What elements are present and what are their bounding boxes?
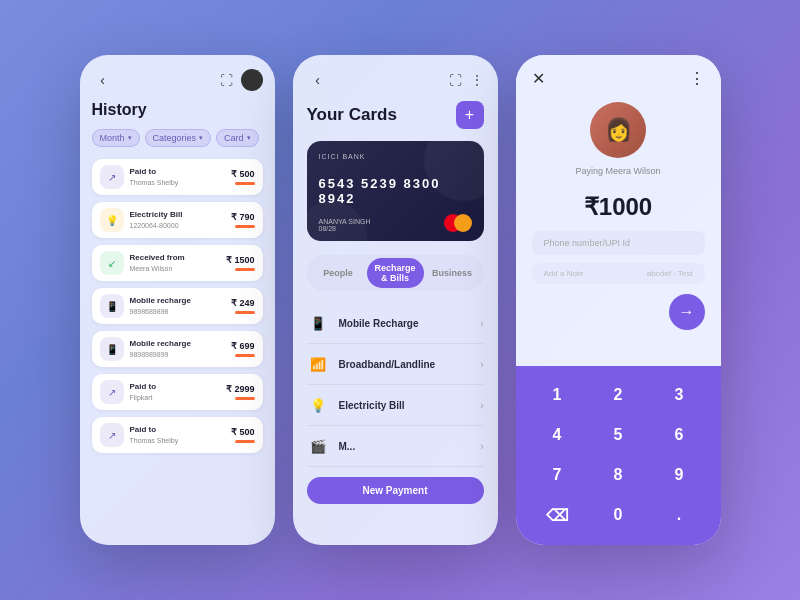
history-item-text: Received from Meera Wilson xyxy=(130,253,185,272)
history-item-amount: ₹ 699 xyxy=(231,341,255,351)
expand-icon[interactable]: ⛶ xyxy=(220,73,233,88)
numpad-key-0[interactable]: 0 xyxy=(593,500,644,531)
tab-rechargebills[interactable]: Recharge & Bills xyxy=(367,258,424,288)
header-icons: ⛶ xyxy=(220,69,263,91)
history-item-title: Paid to xyxy=(130,425,179,435)
service-left: 🎬 M... xyxy=(307,435,356,457)
history-item-indicator xyxy=(235,311,255,314)
history-item-right: ₹ 249 xyxy=(231,298,255,314)
note-value: abcdef - Test xyxy=(647,269,693,278)
service-item[interactable]: 📶 Broadband/Landline › xyxy=(307,344,484,385)
history-item-icon: ↗ xyxy=(100,165,124,189)
cards-header-icons: ⛶ ⋮ xyxy=(449,72,484,88)
history-phone: ‹ ⛶ History Month Categories Card ↗ Paid… xyxy=(80,55,275,545)
paying-label: Paying Meera Wilson xyxy=(575,166,660,176)
cards-header: ‹ ⛶ ⋮ xyxy=(307,69,484,91)
history-item-amount: ₹ 249 xyxy=(231,298,255,308)
history-item: 📱 Mobile recharge 9898689898 ₹ 249 xyxy=(92,288,263,324)
close-button[interactable]: ✕ xyxy=(532,69,545,88)
history-item-left: ↗ Paid to Thomas Shelby xyxy=(100,165,179,189)
history-item-left: ↙ Received from Meera Wilson xyxy=(100,251,185,275)
history-item: 💡 Electricity Bill 1220064-80000 ₹ 790 xyxy=(92,202,263,238)
numpad-key-6[interactable]: 6 xyxy=(654,420,705,450)
numpad-key-2[interactable]: 2 xyxy=(593,380,644,410)
numpad-key-3[interactable]: 3 xyxy=(654,380,705,410)
cards-back-button[interactable]: ‹ xyxy=(307,69,329,91)
numpad-key-7[interactable]: 7 xyxy=(532,460,583,490)
history-item-indicator xyxy=(235,268,255,271)
history-item-text: Mobile recharge 9898989899 xyxy=(130,339,191,358)
service-label: Mobile Recharge xyxy=(339,318,419,329)
history-list: ↗ Paid to Thomas Shelby ₹ 500 💡 Electric… xyxy=(92,159,263,453)
history-item-icon: ↗ xyxy=(100,380,124,404)
service-left: 📱 Mobile Recharge xyxy=(307,312,419,334)
service-icon: 🎬 xyxy=(307,435,329,457)
history-item-amount: ₹ 2999 xyxy=(226,384,255,394)
numpad-key-8[interactable]: 8 xyxy=(593,460,644,490)
cards-title: Your Cards xyxy=(307,105,397,125)
credit-card: ICICI BANK 6543 5239 8300 8942 ANANYA SI… xyxy=(307,141,484,241)
service-tabs: PeopleRecharge & BillsBusiness xyxy=(307,255,484,291)
service-label: Broadband/Landline xyxy=(339,359,436,370)
numpad-key-1[interactable]: 1 xyxy=(532,380,583,410)
filter-categories[interactable]: Categories xyxy=(145,129,212,147)
history-item-text: Paid to Flipkart xyxy=(130,382,157,401)
history-item-icon: 📱 xyxy=(100,337,124,361)
numpad: 123456789⌫0. xyxy=(516,366,721,545)
history-item-sub: Thomas Shelby xyxy=(130,436,179,445)
history-item-indicator xyxy=(235,440,255,443)
more-options-button[interactable]: ⋮ xyxy=(689,69,705,88)
history-item: ↗ Paid to Thomas Shelby ₹ 500 xyxy=(92,417,263,453)
service-item[interactable]: 🎬 M... › xyxy=(307,426,484,467)
numpad-key-backspace[interactable]: ⌫ xyxy=(532,500,583,531)
note-field[interactable]: Add a Note abcdef - Test xyxy=(532,263,705,284)
numpad-key-5[interactable]: 5 xyxy=(593,420,644,450)
history-item-sub: Thomas Shelby xyxy=(130,178,179,187)
avatar[interactable] xyxy=(241,69,263,91)
service-icon: 📱 xyxy=(307,312,329,334)
history-item-sub: Meera Wilson xyxy=(130,264,185,273)
history-item-title: Paid to xyxy=(130,167,179,177)
upi-input[interactable]: Phone number/UPI Id xyxy=(532,231,705,255)
cards-more-icon[interactable]: ⋮ xyxy=(470,72,484,88)
service-label: Electricity Bill xyxy=(339,400,405,411)
page-title: History xyxy=(92,101,263,119)
numpad-key-9[interactable]: 9 xyxy=(654,460,705,490)
service-item[interactable]: 💡 Electricity Bill › xyxy=(307,385,484,426)
service-label: M... xyxy=(339,441,356,452)
payment-top-section: ✕ ⋮ 👩 Paying Meera Wilson ₹1000 Phone nu… xyxy=(516,55,721,366)
new-payment-button[interactable]: New Payment xyxy=(307,477,484,504)
back-button[interactable]: ‹ xyxy=(92,69,114,91)
history-item-title: Mobile recharge xyxy=(130,339,191,349)
history-item-title: Electricity Bill xyxy=(130,210,183,220)
history-item-amount: ₹ 500 xyxy=(231,169,255,179)
history-item-sub: Flipkart xyxy=(130,393,157,402)
history-item-right: ₹ 500 xyxy=(231,169,255,185)
service-icon: 💡 xyxy=(307,394,329,416)
filter-month[interactable]: Month xyxy=(92,129,140,147)
service-item[interactable]: 📱 Mobile Recharge › xyxy=(307,303,484,344)
numpad-key-4[interactable]: 4 xyxy=(532,420,583,450)
tab-business[interactable]: Business xyxy=(424,263,481,283)
history-item-title: Paid to xyxy=(130,382,157,392)
history-item-icon: 📱 xyxy=(100,294,124,318)
numpad-key-dot[interactable]: . xyxy=(654,500,705,531)
avatar-section: 👩 Paying Meera Wilson xyxy=(532,102,705,179)
add-card-button[interactable]: + xyxy=(456,101,484,129)
history-item-left: 📱 Mobile recharge 9898689898 xyxy=(100,294,191,318)
history-item-indicator xyxy=(235,397,255,400)
history-item-right: ₹ 790 xyxy=(231,212,255,228)
cards-expand-icon[interactable]: ⛶ xyxy=(449,73,462,88)
service-arrow-icon: › xyxy=(480,400,483,411)
history-item-text: Electricity Bill 1220064-80000 xyxy=(130,210,183,229)
cards-phone: ‹ ⛶ ⋮ Your Cards + ICICI BANK 6543 5239 … xyxy=(293,55,498,545)
history-item-right: ₹ 699 xyxy=(231,341,255,357)
payee-avatar: 👩 xyxy=(590,102,646,158)
history-item: ↙ Received from Meera Wilson ₹ 1500 xyxy=(92,245,263,281)
tab-people[interactable]: People xyxy=(310,263,367,283)
history-item-right: ₹ 500 xyxy=(231,427,255,443)
proceed-button[interactable]: → xyxy=(669,294,705,330)
filter-card[interactable]: Card xyxy=(216,129,259,147)
history-item-left: ↗ Paid to Thomas Shelby xyxy=(100,423,179,447)
history-item-amount: ₹ 790 xyxy=(231,212,255,222)
